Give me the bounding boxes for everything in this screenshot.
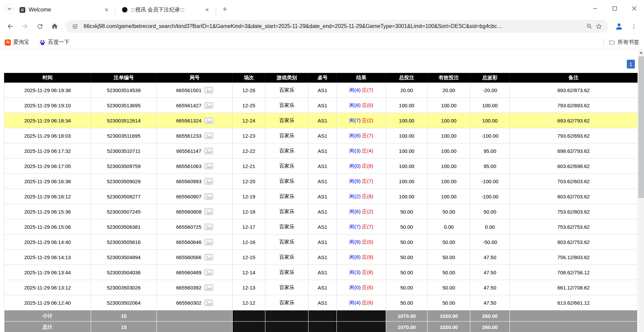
round-number-text: 665560907 [176,194,201,199]
cell-session: 12-18 [233,204,265,219]
home-button[interactable] [48,20,61,33]
video-replay-icon[interactable] [204,269,213,276]
cell-remark: 753.62/753.62 [510,219,638,234]
video-replay-icon[interactable] [204,102,213,109]
cell-payout: 95.00 [470,143,510,159]
cell-total-bet[interactable]: 100.00 [386,143,428,159]
cell-total-bet[interactable]: 50.00 [386,204,428,219]
cell-remark: 603.62/698.62 [510,159,638,174]
cell-payout: 100.00 [470,113,510,128]
scrollbar-thumb[interactable] [638,56,644,198]
cell-valid-bet: 50.00 [428,234,470,250]
bookmark-baidu[interactable]: 百度一下 [39,39,69,46]
cell-total-bet[interactable]: 50.00 [386,234,428,250]
cell-total-bet[interactable]: 100.00 [386,189,428,204]
close-button[interactable] [624,0,644,17]
cell-payout: 47.50 [470,295,510,310]
tab-betrecord[interactable]: :::视讯 会员下注纪录::: [117,3,214,17]
cell-total-bet[interactable]: 100.00 [386,159,428,174]
result-player: 闲(0) [349,284,360,290]
video-replay-icon[interactable] [204,224,213,230]
video-replay-icon[interactable] [204,87,213,93]
table-row[interactable]: 2025-11-29 06:18:03523003511695665561233… [4,128,638,143]
cell-total-bet[interactable]: 100.00 [386,98,428,113]
forward-button[interactable] [18,20,32,33]
video-replay-icon[interactable] [204,163,213,169]
profile-button[interactable] [612,20,626,33]
cell-payout: 100.00 [470,98,510,113]
table-row[interactable]: 2025-11-29 06:19:38523003514539665561501… [4,83,638,98]
table-row[interactable]: 2025-11-29 06:13:12523003503026665560392… [4,280,638,295]
video-replay-icon[interactable] [204,148,213,154]
video-replay-icon[interactable] [204,239,213,245]
footer-cell-time: 小计 [4,310,91,322]
table-row[interactable]: 2025-11-29 06:18:34523003512614665561324… [4,113,638,128]
cell-game-type: 百家乐 [265,295,309,310]
footer-cell-total-bet: 1070.00 [386,310,428,322]
table-row[interactable]: 2025-11-29 06:16:38523003509028665560993… [4,174,638,189]
cell-remark: 753.62/803.62 [510,204,638,219]
footer-cell-time: 总计 [4,322,91,332]
new-tab-button[interactable] [220,4,230,14]
back-button[interactable] [3,20,17,33]
home-icon [51,23,58,30]
table-row[interactable]: 2025-11-29 06:12:40523003502064665560302… [4,295,638,310]
cell-total-bet[interactable]: 20.00 [386,83,428,98]
cell-total-bet[interactable]: 50.00 [386,265,428,280]
video-replay-icon[interactable] [204,193,213,200]
table-row[interactable]: 2025-11-29 06:17:32523003510711665561147… [4,143,638,159]
cell-session: 12-16 [233,234,265,250]
table-row[interactable]: 2025-11-29 06:17:05523003509759665561063… [4,159,638,174]
cell-total-bet[interactable]: 50.00 [386,280,428,295]
maximize-button[interactable] [605,0,624,17]
address-bar[interactable]: 66cxkj98.com/game/betrecord_search/kind3… [65,20,608,33]
bookmark-taobao[interactable]: 淘 爱淘宝 [5,39,29,46]
cell-valid-bet: 100.00 [428,128,470,143]
all-bookmarks-label: 所有书签 [618,39,639,46]
video-replay-icon[interactable] [204,254,213,260]
zoom-button[interactable] [585,22,594,31]
all-bookmarks-button[interactable]: 所有书签 [604,39,639,46]
cell-result: 闲(8) 庄(9) [337,250,386,265]
bookmark-star-button[interactable] [594,22,604,31]
url-text[interactable]: 66cxkj98.com/game/betrecord_search/kind3… [84,23,581,29]
video-replay-icon[interactable] [204,178,213,185]
video-replay-icon[interactable] [204,209,213,215]
round-number-text: 665560725 [176,224,201,230]
tab-close-icon[interactable] [103,6,110,13]
table-row[interactable]: 2025-11-29 06:15:36523003507245665560808… [4,204,638,219]
table-row[interactable]: 2025-11-29 06:13:44523003504036665560489… [4,265,638,280]
table-row[interactable]: 2025-11-29 06:16:12523003508277665560907… [4,189,638,204]
tab-close-icon[interactable] [204,6,210,13]
page-scrollbar[interactable] [638,50,644,332]
cell-result: 闲(8) 庄(7) [337,128,386,143]
minimize-button[interactable] [585,0,605,17]
video-replay-icon[interactable] [204,284,213,291]
cell-total-bet[interactable]: 50.00 [386,219,428,234]
video-replay-icon[interactable] [204,300,213,306]
tab-welcome[interactable]: Welcome [15,3,113,17]
column-header-time: 时间 [4,73,91,83]
menu-button[interactable] [627,20,641,33]
video-replay-icon[interactable] [204,133,213,139]
scrollbar-up-arrow[interactable] [638,50,644,55]
table-row[interactable]: 2025-11-29 06:15:06523003506381665560725… [4,219,638,234]
site-info-button[interactable] [70,22,80,31]
cell-total-bet[interactable]: 100.00 [386,113,428,128]
table-row[interactable]: 2025-11-29 06:14:40523003505616665560646… [4,234,638,250]
cell-total-bet[interactable]: 100.00 [386,174,428,189]
tab-search-button[interactable] [5,4,14,13]
cell-bet-number: 523003503026 [91,280,157,295]
video-replay-icon[interactable] [204,117,213,124]
cell-bet-number: 523003506381 [91,219,157,234]
table-row[interactable]: 2025-11-29 06:19:10523003513695665561427… [4,98,638,113]
footer-cell-table-number [309,310,337,322]
reload-button[interactable] [33,20,47,33]
table-row[interactable]: 2025-11-29 06:14:13523003504894665560566… [4,250,638,265]
cell-total-bet[interactable]: 100.00 [386,128,428,143]
cell-total-bet[interactable]: 50.00 [386,250,428,265]
cell-total-bet[interactable]: 50.00 [386,295,428,310]
cell-bet-number: 523003510711 [91,143,157,159]
pagination-page-1[interactable]: 1 [627,60,635,68]
cell-time: 2025-11-29 06:17:32 [4,143,91,159]
